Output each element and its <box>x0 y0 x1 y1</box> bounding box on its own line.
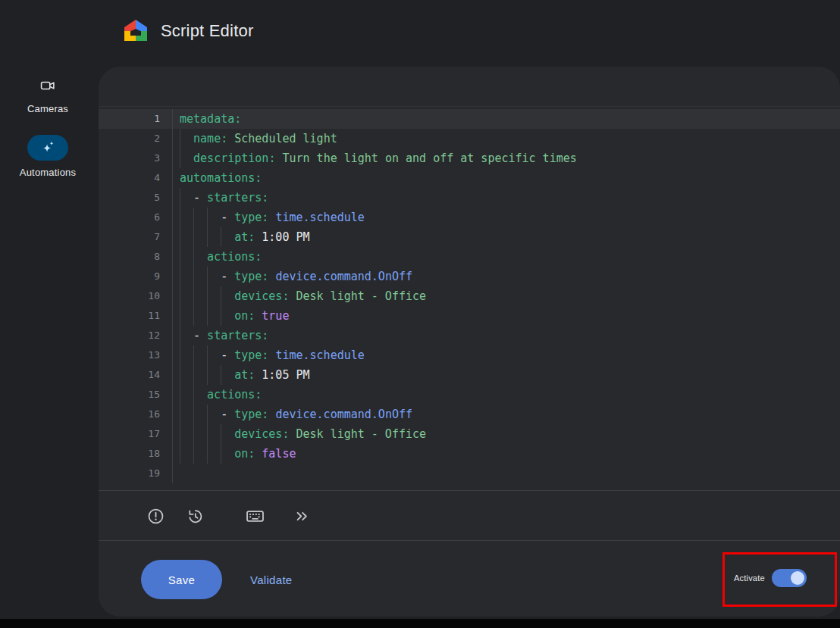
indent-guide <box>180 385 193 405</box>
code-line[interactable]: 5- starters: <box>99 188 840 208</box>
indent-guide <box>193 267 207 286</box>
indent-guide <box>193 444 207 464</box>
indent-guide <box>180 286 193 306</box>
code-text: devices: Desk light - Office <box>173 424 840 444</box>
code-text: - starters: <box>173 326 840 345</box>
code-line[interactable]: 8actions: <box>99 247 840 267</box>
editor-top-border <box>99 106 840 107</box>
code-line[interactable]: 16- type: device.command.OnOff <box>99 405 840 424</box>
code-line[interactable]: 6- type: time.schedule <box>99 208 840 227</box>
collapse-panel-button[interactable] <box>287 501 317 531</box>
indent-guide <box>180 129 193 148</box>
code-line[interactable]: 12- starters: <box>99 326 840 345</box>
history-icon <box>186 507 205 526</box>
code-line[interactable]: 13- type: time.schedule <box>99 345 840 365</box>
code-text: metadata: <box>173 109 840 129</box>
code-text: actions: <box>173 247 840 267</box>
activate-toggle[interactable] <box>772 569 807 587</box>
keyboard-shortcuts-button[interactable] <box>240 501 270 531</box>
code-line[interactable]: 2name: Scheduled light <box>99 129 840 148</box>
code-text: on: false <box>173 444 840 464</box>
line-number: 11 <box>99 306 173 326</box>
indent-guide <box>207 267 221 286</box>
indent-guide <box>193 365 207 385</box>
indent-guide <box>193 385 207 405</box>
line-number: 2 <box>99 129 173 148</box>
indent-guide <box>180 326 193 345</box>
keyboard-icon <box>245 506 265 526</box>
indent-guide <box>207 286 221 306</box>
code-line[interactable]: 1metadata: <box>99 109 840 129</box>
indent-guide <box>193 227 207 247</box>
code-line[interactable]: 15actions: <box>99 385 840 405</box>
line-number: 4 <box>99 168 173 188</box>
indent-guide <box>180 424 193 444</box>
app-header: Script Editor <box>0 0 840 67</box>
code-line[interactable]: 3description: Turn the light on and off … <box>99 148 840 168</box>
indent-guide <box>207 306 221 326</box>
code-text: - type: device.command.OnOff <box>173 405 840 424</box>
history-button[interactable] <box>180 501 210 531</box>
code-text: - type: device.command.OnOff <box>173 267 840 286</box>
bottom-strip <box>0 619 840 628</box>
code-line[interactable]: 4automations: <box>99 168 840 188</box>
indent-guide <box>207 345 221 365</box>
code-text: on: true <box>173 306 840 326</box>
indent-guide <box>180 227 193 247</box>
sidebar-item-automations[interactable]: Automations <box>0 135 96 178</box>
indent-guide <box>207 365 221 385</box>
code-editor[interactable]: 1metadata:2name: Scheduled light3descrip… <box>99 109 840 483</box>
sidebar-item-label: Automations <box>0 167 96 178</box>
problems-button[interactable] <box>140 501 171 531</box>
code-line[interactable]: 14at: 1:05 PM <box>99 365 840 385</box>
code-text: at: 1:05 PM <box>173 365 840 385</box>
indent-guide <box>221 424 234 444</box>
indent-guide <box>207 227 221 247</box>
code-line[interactable]: 19 <box>99 464 840 483</box>
code-line[interactable]: 10devices: Desk light - Office <box>99 286 840 306</box>
code-text: description: Turn the light on and off a… <box>173 148 840 168</box>
camera-icon <box>39 77 56 95</box>
activate-label: Activate <box>734 573 765 583</box>
indent-guide <box>207 208 221 227</box>
line-number: 15 <box>99 385 173 405</box>
code-line[interactable]: 9- type: device.command.OnOff <box>99 267 840 286</box>
code-line[interactable]: 17devices: Desk light - Office <box>99 424 840 444</box>
code-line[interactable]: 7at: 1:00 PM <box>99 227 840 247</box>
indent-guide <box>207 424 221 444</box>
code-text: at: 1:00 PM <box>173 227 840 247</box>
indent-guide <box>180 267 193 286</box>
code-line[interactable]: 18on: false <box>99 444 840 464</box>
code-text <box>173 464 840 483</box>
indent-guide <box>180 247 193 267</box>
line-number: 3 <box>99 148 173 168</box>
code-text: - type: time.schedule <box>173 208 840 227</box>
indent-guide <box>193 345 207 365</box>
activate-control: Activate <box>734 569 807 587</box>
google-home-logo-icon[interactable] <box>124 20 147 41</box>
editor-toolbar <box>99 491 840 540</box>
line-number: 17 <box>99 424 173 444</box>
save-button[interactable]: Save <box>141 560 222 599</box>
indent-guide <box>207 444 221 464</box>
line-number: 6 <box>99 208 173 227</box>
indent-guide <box>180 188 193 208</box>
indent-guide <box>221 286 234 306</box>
sidebar-item-cameras[interactable]: Cameras <box>0 77 96 114</box>
indent-guide <box>180 345 193 365</box>
indent-guide <box>193 208 207 227</box>
error-info-icon <box>146 507 165 526</box>
indent-guide <box>193 247 207 267</box>
indent-guide <box>221 365 234 385</box>
indent-guide <box>180 306 193 326</box>
script-editor-window: Script Editor Cameras Automations <box>0 0 840 628</box>
indent-guide <box>221 444 234 464</box>
line-number: 8 <box>99 247 173 267</box>
line-number: 16 <box>99 405 173 424</box>
line-number: 13 <box>99 345 173 365</box>
line-number: 18 <box>99 444 173 464</box>
double-chevron-right-icon <box>293 507 312 526</box>
code-line[interactable]: 11on: true <box>99 306 840 326</box>
line-number: 12 <box>99 326 173 345</box>
validate-button[interactable]: Validate <box>240 560 303 599</box>
